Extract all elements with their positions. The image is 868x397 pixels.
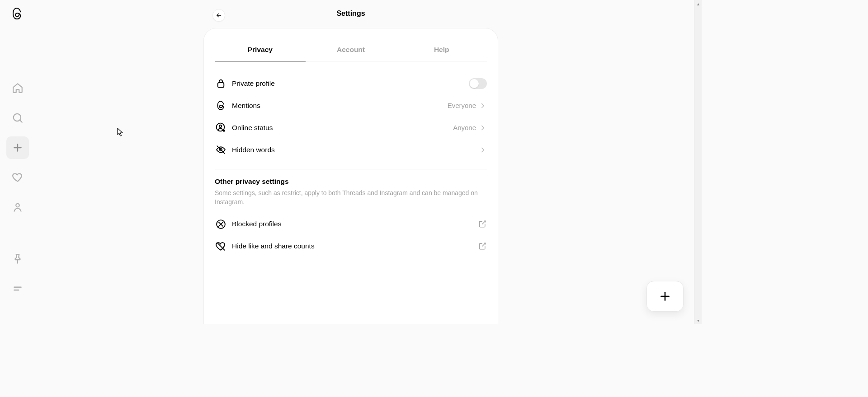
other-settings-header: Other privacy settings bbox=[215, 177, 487, 186]
nav-home[interactable] bbox=[6, 77, 29, 99]
svg-line-18 bbox=[482, 221, 486, 224]
external-link-icon bbox=[478, 242, 487, 251]
hidden-words-icon bbox=[215, 144, 226, 156]
chevron-right-icon bbox=[479, 146, 487, 154]
mentions-icon bbox=[215, 100, 226, 112]
blocked-label: Blocked profiles bbox=[232, 220, 478, 228]
blocked-icon bbox=[215, 218, 226, 230]
settings-tabs: Privacy Account Help bbox=[215, 39, 487, 61]
page-header: Settings bbox=[0, 0, 702, 27]
row-blocked-profiles[interactable]: Blocked profiles bbox=[215, 213, 487, 235]
svg-point-4 bbox=[16, 204, 19, 207]
nav-search[interactable] bbox=[6, 107, 29, 129]
chevron-right-icon bbox=[479, 102, 487, 110]
row-hidden-words[interactable]: Hidden words bbox=[215, 139, 487, 161]
hidden-words-label: Hidden words bbox=[232, 146, 479, 154]
online-status-value: Anyone bbox=[453, 124, 476, 131]
private-profile-label: Private profile bbox=[232, 79, 469, 88]
nav-activity[interactable] bbox=[6, 166, 29, 189]
settings-card: Privacy Account Help Private profile Men… bbox=[203, 28, 498, 324]
section-divider bbox=[215, 169, 487, 169]
row-mentions[interactable]: Mentions Everyone bbox=[215, 94, 487, 117]
nav-profile[interactable] bbox=[6, 196, 29, 219]
privacy-section: Private profile Mentions Everyone Online… bbox=[215, 61, 487, 257]
svg-point-12 bbox=[222, 130, 225, 132]
mouse-cursor-icon bbox=[117, 128, 124, 139]
sidebar-nav bbox=[6, 77, 29, 219]
hide-counts-icon bbox=[215, 240, 226, 252]
tab-privacy[interactable]: Privacy bbox=[215, 39, 306, 61]
row-hide-counts[interactable]: Hide like and share counts bbox=[215, 235, 487, 257]
scroll-down-arrow[interactable]: ▾ bbox=[694, 317, 702, 324]
back-button[interactable] bbox=[212, 9, 225, 22]
hide-counts-label: Hide like and share counts bbox=[232, 242, 478, 250]
private-profile-toggle[interactable] bbox=[469, 78, 487, 89]
scrollbar[interactable]: ▴ ▾ bbox=[694, 0, 702, 324]
svg-line-1 bbox=[20, 120, 22, 122]
row-online-status[interactable]: Online status Anyone bbox=[215, 117, 487, 139]
svg-rect-9 bbox=[217, 83, 224, 87]
mentions-value: Everyone bbox=[448, 102, 476, 109]
other-settings-desc: Some settings, such as restrict, apply t… bbox=[215, 188, 487, 207]
chevron-right-icon bbox=[479, 124, 487, 132]
page-title: Settings bbox=[336, 9, 365, 18]
scroll-up-arrow[interactable]: ▴ bbox=[694, 0, 702, 8]
row-private-profile[interactable]: Private profile bbox=[215, 72, 487, 94]
compose-button[interactable] bbox=[646, 281, 684, 312]
mentions-label: Mentions bbox=[232, 102, 448, 110]
online-status-icon bbox=[215, 122, 226, 134]
nav-pin[interactable] bbox=[6, 248, 29, 270]
tab-help[interactable]: Help bbox=[396, 39, 487, 61]
sidebar-bottom bbox=[6, 248, 29, 300]
nav-create[interactable] bbox=[6, 136, 29, 159]
svg-point-11 bbox=[219, 125, 221, 127]
online-status-label: Online status bbox=[232, 124, 453, 132]
svg-line-20 bbox=[482, 243, 486, 246]
tab-account[interactable]: Account bbox=[306, 39, 396, 61]
external-link-icon bbox=[478, 220, 487, 229]
nav-menu[interactable] bbox=[6, 277, 29, 300]
lock-icon bbox=[215, 78, 226, 89]
